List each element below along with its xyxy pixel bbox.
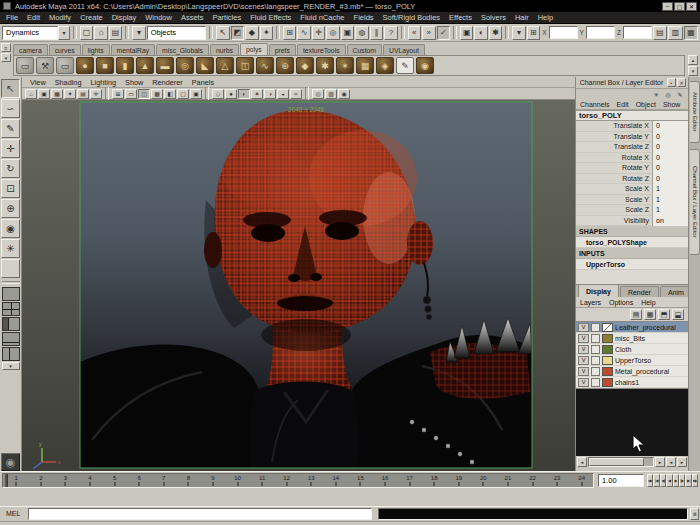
render-settings-icon[interactable]: ✱ [489, 26, 502, 40]
menu-particles[interactable]: Particles [212, 13, 241, 22]
shelf-tab-custom[interactable]: Custom [347, 44, 382, 55]
layer-row-cloth[interactable]: VCloth [576, 344, 688, 355]
shelf-tab-lights[interactable]: lights [82, 44, 110, 55]
output-connections-icon[interactable]: » [422, 26, 435, 40]
channel-edit-icon[interactable]: ✎ [675, 90, 685, 99]
channel-menu-channels[interactable]: Channels [580, 101, 610, 108]
shelf-eye-panel-icon[interactable]: ▭ [16, 57, 34, 74]
menu-solvers[interactable]: Solvers [481, 13, 506, 22]
shelf-poly-cone-icon[interactable]: ▲ [136, 57, 154, 74]
exposure-icon[interactable]: ◉ [338, 89, 350, 99]
shelf-tab-texturetools[interactable]: textureTools [297, 44, 346, 55]
symmetry-icon[interactable]: ∥ [370, 26, 383, 40]
construction-history-icon[interactable]: ✓ [437, 26, 450, 40]
frame-selection-icon[interactable]: ▣ [38, 89, 50, 99]
scroll-right-icon[interactable]: ▸ [655, 457, 665, 467]
channel-value[interactable]: 0 [652, 173, 688, 184]
bookmark-icon[interactable]: ✦ [64, 89, 76, 99]
panel-menu-lighting[interactable]: Lighting [90, 78, 116, 87]
menu-assets[interactable]: Assets [181, 13, 204, 22]
help-mode-icon[interactable]: ? [384, 26, 397, 40]
show-attribute-editor-button[interactable]: ▤ [653, 26, 667, 40]
command-line-language-label[interactable]: MEL [6, 508, 26, 519]
scroll-left2-icon[interactable]: ◂ [666, 457, 676, 467]
lasso-select-tool[interactable]: ∽ [1, 99, 20, 118]
layer-color-swatch[interactable] [602, 356, 613, 365]
ambient-occlusion-icon[interactable]: ◒ [277, 89, 289, 99]
channel-value[interactable]: 0 [652, 152, 688, 163]
grid-toggle-icon[interactable]: ⊞ [112, 89, 124, 99]
layer-move-icon[interactable]: ⬒ [658, 309, 670, 320]
gate-mask-icon[interactable]: ▩ [151, 89, 163, 99]
layer-row-uppertorso[interactable]: VUpperTorso [576, 355, 688, 366]
panel-menu-view[interactable]: View [30, 78, 46, 87]
layout-outliner-button[interactable] [2, 317, 20, 331]
spiral-icon[interactable]: ◉ [1, 453, 20, 471]
wireframe-icon[interactable]: ◇ [212, 89, 224, 99]
layout-split-left-button[interactable] [2, 347, 20, 361]
layer-color-swatch[interactable] [602, 367, 613, 376]
layer-type-toggle[interactable] [591, 378, 600, 387]
menu-display[interactable]: Display [112, 13, 137, 22]
shelf-poly-soccerball-icon[interactable]: ⊛ [276, 57, 294, 74]
dropdown-arrow-icon[interactable]: ▾ [58, 26, 70, 40]
maximize-button[interactable]: ▢ [674, 2, 685, 11]
create-empty-layer-icon[interactable]: ▤ [630, 309, 642, 320]
shadows-icon[interactable]: ◑ [264, 89, 276, 99]
panel-menu-shading[interactable]: Shading [55, 78, 82, 87]
channel-menu-edit[interactable]: Edit [617, 101, 629, 108]
dock-pin-icon[interactable]: ▪ [667, 78, 676, 87]
dock-close-icon[interactable]: ✕ [677, 78, 686, 87]
create-layer-from-selected-icon[interactable]: ▦ [644, 309, 656, 320]
layer-menu-help[interactable]: Help [641, 299, 655, 306]
menu-help[interactable]: Help [538, 13, 553, 22]
universal-manipulator-tool[interactable]: ⊕ [1, 199, 20, 218]
menu-fields[interactable]: Fields [354, 13, 374, 22]
side-tab-attribute-editor[interactable]: Attribute Editor [690, 81, 700, 143]
channel-box-object-name[interactable]: torso_POLY [576, 110, 688, 121]
scroll-track[interactable] [588, 457, 654, 467]
channel-manip-icon[interactable]: ◎ [663, 90, 673, 99]
layer-color-swatch[interactable] [602, 334, 613, 343]
new-scene-icon[interactable]: ▢ [80, 26, 93, 40]
layer-visibility-toggle[interactable]: V [578, 378, 589, 387]
menu-set-dropdown[interactable]: Dynamics▾ [2, 26, 70, 40]
layout-split-bottom-button[interactable] [2, 332, 20, 346]
layer-type-toggle[interactable] [591, 356, 600, 365]
menu-window[interactable]: Window [145, 13, 172, 22]
perspective-viewport[interactable]: 2048 x 2048 y x [22, 100, 575, 471]
channel-value[interactable]: 1 [652, 184, 688, 195]
menu-create[interactable]: Create [80, 13, 103, 22]
shelf-sculpt-icon[interactable]: ◈ [376, 57, 394, 74]
select-object-icon[interactable]: ◩ [231, 26, 244, 40]
shelf-tab-polys[interactable]: polys [240, 43, 268, 55]
shelf-tab-nurbs[interactable]: nurbs [210, 44, 239, 55]
snap-curve-icon[interactable]: ∿ [297, 26, 310, 40]
film-gate-icon[interactable]: ▭ [125, 89, 137, 99]
minimize-button[interactable]: – [662, 2, 673, 11]
layer-type-toggle[interactable] [591, 345, 600, 354]
shelf-scroll-up-icon[interactable]: ▴ [688, 55, 698, 65]
shelf-axe-tool-icon[interactable]: ⚒ [36, 57, 54, 74]
layer-row-metal-procedural[interactable]: VMetal_procedural [576, 366, 688, 377]
shelf-poly-platonic-icon[interactable]: ◆ [296, 57, 314, 74]
shelf-scroll-down-icon[interactable]: ▾ [688, 66, 698, 76]
close-button[interactable]: ✕ [686, 2, 697, 11]
layer-color-swatch[interactable] [602, 345, 613, 354]
camera-attributes-icon[interactable]: ▦ [51, 89, 63, 99]
shelf-poly-prism-icon[interactable]: ◣ [196, 57, 214, 74]
coord-field-y[interactable] [586, 26, 615, 39]
select-tool[interactable]: ↖ [1, 79, 20, 98]
shelf-poly-helix-icon[interactable]: ∿ [256, 57, 274, 74]
shelf-poly-cylinder-icon[interactable]: ▮ [116, 57, 134, 74]
scroll-left-icon[interactable]: ◂ [577, 457, 587, 467]
select-hierarchy-icon[interactable]: ↖ [216, 26, 229, 40]
shelf-edit-pencil-icon[interactable]: ✎ [396, 57, 414, 74]
layout-more-button[interactable]: ▾ [2, 362, 20, 370]
layer-row-leather-procedural[interactable]: VLeather_procedural [576, 322, 688, 333]
channel-node-torso-polyshape[interactable]: torso_POLYShape [576, 237, 688, 248]
show-manipulator-tool[interactable]: ✳ [1, 239, 20, 258]
field-chart-icon[interactable]: ◧ [164, 89, 176, 99]
layer-copy-icon[interactable]: ⬓ [672, 309, 684, 320]
layer-tab-render[interactable]: Render [620, 286, 659, 297]
